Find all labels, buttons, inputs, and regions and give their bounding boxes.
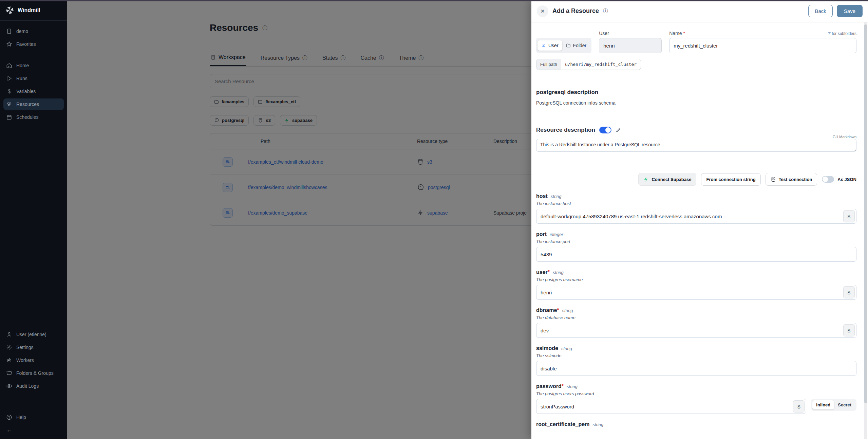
field-description: The sslmode (536, 353, 856, 358)
field-host: hoststring The instance host $ (536, 193, 856, 224)
field-description: The database name (536, 315, 856, 320)
name-field-label: Name * (669, 31, 685, 36)
gear-icon (6, 344, 12, 350)
option-label: Folder (573, 43, 587, 48)
markdown-hint: GH Markdown (536, 135, 856, 139)
windmill-logo-icon (5, 6, 14, 15)
user-input[interactable] (536, 285, 856, 300)
scrollbar-thumb[interactable] (864, 24, 867, 403)
field-password: password*string The postgres users passw… (536, 383, 856, 414)
full-path: Full path u/henri/my_redshift_cluster (536, 59, 641, 70)
field-port: portinteger The instance port (536, 231, 856, 262)
sidebar-item-schedules[interactable]: Schedules (3, 111, 64, 123)
test-connection-button[interactable]: Test connection (766, 173, 817, 186)
sidebar-item-user[interactable]: User (etienne) (3, 329, 64, 340)
sidebar-item-resources[interactable]: Resources (3, 98, 64, 110)
sidebar-item-label: User (etienne) (16, 332, 46, 337)
resource-name-input[interactable] (669, 38, 856, 53)
resource-description-input[interactable]: This is a Redshift Instance under a Post… (536, 139, 856, 152)
drawer-scrollbar[interactable] (864, 22, 867, 439)
sslmode-input[interactable] (536, 361, 856, 376)
resource-description-title: Resource description (536, 127, 595, 133)
sidebar-item-folders-groups[interactable]: Folders & Groups (3, 367, 64, 379)
user-icon (541, 43, 546, 48)
sidebar-item-favorites[interactable]: Favorites (3, 38, 64, 50)
eye-icon (6, 383, 12, 389)
folder-icon (6, 370, 12, 376)
user-field-label: User (599, 31, 662, 36)
owner-user-input (599, 38, 662, 53)
sidebar-item-label: Favorites (16, 41, 36, 47)
owner-user-option[interactable]: User (537, 40, 562, 51)
sidebar-item-label: demo (16, 29, 28, 34)
info-icon[interactable]: ⓘ (603, 8, 608, 14)
option-label: User (548, 43, 559, 48)
from-connection-string-button[interactable]: From connection string (701, 173, 760, 186)
secret-option[interactable]: Secret (834, 400, 855, 409)
type-description-title: postgresql description (536, 89, 856, 96)
brand-name: Windmill (18, 7, 40, 13)
star-icon (6, 41, 12, 47)
field-dbname: dbname*string The database name $ (536, 307, 856, 338)
password-input[interactable] (536, 399, 806, 414)
database-icon (771, 177, 776, 182)
button-label: From connection string (706, 177, 755, 182)
help-icon (6, 414, 12, 420)
sidebar-item-label: Settings (16, 345, 34, 350)
sidebar-item-label: Home (16, 63, 29, 68)
sidebar-item-help[interactable]: Help (3, 411, 64, 423)
user-icon (6, 331, 12, 337)
inlined-option[interactable]: Inlined (812, 400, 834, 409)
dbname-input[interactable] (536, 323, 856, 338)
host-input[interactable] (536, 209, 856, 224)
sidebar-item-label: Folders & Groups (16, 370, 54, 376)
add-resource-drawer: ✕ Add a Resource ⓘ Back Save User Fold (531, 0, 868, 439)
field-root-certificate-pem: root_certificate_pemstring (536, 421, 856, 427)
owner-folder-option[interactable]: Folder (562, 40, 590, 51)
close-icon[interactable]: ✕ (537, 5, 548, 17)
field-description: The instance host (536, 201, 856, 206)
variable-picker-icon[interactable]: $ (793, 400, 805, 413)
folder-icon (566, 43, 571, 48)
full-path-label: Full path (536, 59, 561, 70)
pencil-icon[interactable] (616, 127, 621, 133)
description-toggle[interactable] (599, 127, 611, 133)
supabase-icon (643, 177, 649, 182)
home-icon (6, 62, 12, 69)
sidebar-item-audit-logs[interactable]: Audit Logs (3, 380, 64, 392)
port-input[interactable] (536, 247, 856, 262)
sidebar-item-runs[interactable]: Runs (3, 73, 64, 84)
variable-picker-icon[interactable]: $ (843, 324, 855, 336)
field-user: user*string The postgres username $ (536, 269, 856, 300)
sidebar-item-workers[interactable]: Workers (3, 354, 64, 366)
sidebar-item-variables[interactable]: Variables (3, 86, 64, 97)
password-storage-toggle: Inlined Secret (811, 399, 856, 411)
variable-picker-icon[interactable]: $ (843, 210, 855, 222)
sidebar-item-workspace[interactable]: demo (3, 25, 64, 37)
as-json-label: As JSON (837, 177, 856, 182)
sidebar-item-settings[interactable]: Settings (3, 342, 64, 353)
as-json-toggle[interactable] (822, 176, 834, 183)
field-description: The instance port (536, 239, 856, 244)
full-path-value: u/henri/my_redshift_cluster (561, 59, 641, 70)
save-button[interactable]: Save (837, 5, 863, 17)
resources-icon (6, 101, 12, 107)
back-button[interactable]: Back (808, 5, 832, 17)
field-description: The postgres username (536, 277, 856, 282)
subfolder-hint: '/' for subfolders (828, 31, 856, 36)
drawer-title: Add a Resource (552, 7, 599, 15)
sidebar-item-label: Schedules (16, 114, 38, 120)
calendar-icon (6, 114, 12, 120)
top-accent-bar (0, 0, 868, 1)
sidebar-item-home[interactable]: Home (3, 60, 64, 71)
button-label: Connect Supabase (652, 177, 691, 182)
field-sslmode: sslmodestring The sslmode (536, 345, 856, 376)
brand[interactable]: Windmill (0, 0, 67, 20)
button-label: Test connection (779, 177, 812, 182)
sidebar-item-label: Audit Logs (16, 383, 39, 389)
variable-picker-icon[interactable]: $ (843, 286, 855, 298)
sidebar: Windmill demo Favorites Home (0, 0, 67, 439)
connect-supabase-button[interactable]: Connect Supabase (638, 173, 696, 186)
sidebar-item-label: Help (16, 415, 26, 420)
collapse-sidebar-button[interactable]: ← (3, 424, 64, 436)
